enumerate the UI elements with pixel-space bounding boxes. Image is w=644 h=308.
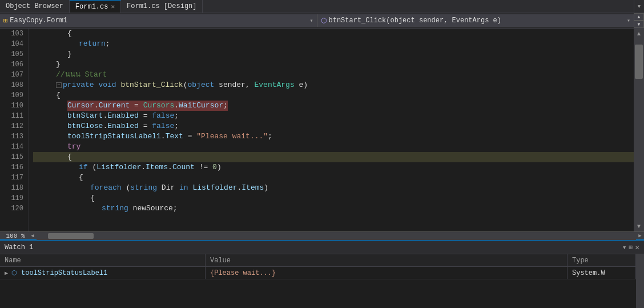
line-text-118: foreach (string Dir in Listfolder.Items) — [90, 183, 268, 193]
line-text-111: btnStart.Enabled = false; — [67, 111, 179, 121]
line-text-112: btnClose.Enabled = false; — [67, 121, 179, 131]
watch-header-left: Watch 1 — [5, 243, 33, 251]
hscroll-thumb[interactable] — [48, 233, 94, 239]
line-num-111: 111 — [0, 111, 23, 121]
token: = — [130, 101, 143, 110]
line-num-117: 117 — [0, 173, 23, 183]
watch-row-expander[interactable]: ▶ — [5, 270, 8, 277]
horizontal-scrollbar[interactable]: 100 % ◀ ▶ — [0, 231, 644, 239]
watch-header: Watch 1 ▾ ⊞ ✕ — [0, 241, 644, 254]
line-text-109: { — [56, 90, 61, 101]
token: ; — [223, 101, 228, 110]
line-num-115: 115➡ — [0, 152, 23, 162]
tab-end-space — [203, 0, 634, 13]
line-text-117: { — [79, 173, 83, 183]
token: . — [161, 132, 166, 141]
line-num-108: 108 — [0, 80, 23, 90]
class-dropdown-chevron: ▾ — [309, 17, 313, 24]
watch-panel: Watch 1 ▾ ⊞ ✕ Name Value Type ▶ — [0, 239, 644, 308]
token: ) — [264, 183, 268, 192]
tab-object-browser[interactable]: Object Browser — [0, 0, 70, 13]
dropdown-bar: ⊞ EasyCopy.Form1 ▾ ⬡ btnStart_Click(obje… — [0, 13, 644, 29]
class-icon: ⊞ — [3, 17, 7, 25]
line-num-112: 112 — [0, 121, 23, 131]
watch-cell-name: ▶ ⬡ toolStripStatusLabel1 — [0, 267, 206, 279]
watch-pin-btn[interactable]: ⊞ — [629, 243, 633, 251]
token: != — [195, 163, 212, 171]
code-line-103: { — [33, 29, 634, 39]
token: void — [98, 81, 116, 89]
scrollbar-thumb[interactable] — [635, 45, 643, 79]
scroll-down-btn[interactable]: ▼ — [634, 21, 644, 28]
watch-auto-btn[interactable]: ▾ — [622, 243, 627, 252]
token: . — [174, 101, 179, 110]
code-line-113: toolStripStatusLabel1.Text = "Please wai… — [33, 131, 634, 142]
code-gutter: 103104105106107108109110111112113114115➡… — [0, 29, 29, 231]
token: false — [152, 122, 174, 130]
class-dropdown[interactable]: ⊞ EasyCopy.Form1 ▾ — [0, 14, 317, 27]
tab-form1-design-label: Form1.cs [Design] — [127, 2, 196, 10]
token: = — [139, 111, 152, 120]
token: e) — [295, 81, 308, 89]
token: ) — [217, 163, 222, 171]
line-text-106: } — [56, 59, 61, 70]
line-text-105: } — [67, 49, 72, 59]
vertical-scrollbar[interactable]: ▲ ▼ — [634, 29, 644, 231]
token: foreach — [90, 183, 122, 192]
token: . — [141, 163, 146, 171]
line-text-104: return; — [79, 39, 110, 49]
line-text-119: { — [90, 193, 95, 203]
tab-scroll-arrow[interactable]: ▾ — [634, 0, 644, 13]
token: { — [67, 29, 72, 38]
hscroll-left-btn[interactable]: ◀ — [29, 232, 37, 240]
token: Current — [99, 101, 130, 110]
tab-form1-design[interactable]: Form1.cs [Design] — [121, 0, 203, 13]
token: { — [90, 194, 95, 202]
class-dropdown-value: EasyCopy.Form1 — [10, 17, 67, 25]
watch-scrollbar[interactable] — [636, 254, 644, 308]
scrollbar-down-btn[interactable]: ▼ — [634, 221, 644, 231]
token: Listfolder — [96, 163, 141, 171]
line-num-106: 106 — [0, 59, 23, 70]
collapse-btn-108[interactable]: − — [56, 82, 62, 88]
method-dropdown-chevron: ▾ — [627, 17, 630, 24]
code-line-111: btnStart.Enabled = false; — [33, 111, 634, 121]
watch-cell-type-text: System.W — [572, 269, 605, 277]
token: toolStripStatusLabel1 — [67, 132, 161, 141]
watch-row[interactable]: ▶ ⬡ toolStripStatusLabel1 {Please wait..… — [0, 267, 636, 279]
watch-table-container: Name Value Type ▶ ⬡ toolStripStatusLabel… — [0, 254, 644, 308]
watch-close-btn[interactable]: ✕ — [635, 243, 639, 252]
method-dropdown[interactable]: ⬡ btnStart_Click(object sender, EventArg… — [317, 14, 634, 27]
token: //นนน Start — [56, 70, 107, 79]
tab-form1-cs-close[interactable]: ✕ — [111, 3, 115, 10]
token: WaitCursor — [179, 101, 223, 110]
line-text-114: try — [67, 142, 80, 152]
token: in — [179, 183, 188, 192]
code-content[interactable]: {return;}}//นนน Start−private void btnSt… — [29, 29, 634, 231]
zoom-label: 100 % — [0, 233, 29, 239]
code-line-120: string newSource; — [33, 203, 634, 214]
token: 0 — [212, 163, 217, 171]
code-line-107: //นนน Start — [33, 70, 634, 80]
watch-col-name-header: Name — [0, 254, 206, 266]
tab-form1-cs[interactable]: Form1.cs ✕ — [70, 0, 121, 13]
scroll-up-btn[interactable]: ▲ — [634, 13, 644, 21]
token: { — [79, 173, 83, 182]
token: ; — [268, 132, 272, 141]
watch-table: Name Value Type ▶ ⬡ toolStripStatusLabel… — [0, 254, 636, 308]
watch-col-headers: Name Value Type — [0, 254, 636, 267]
hscroll-track[interactable] — [37, 232, 636, 240]
scrollbar-track[interactable] — [634, 39, 644, 221]
token: Enabled — [107, 122, 139, 130]
token: string — [130, 183, 157, 192]
hscroll-right-btn[interactable]: ▶ — [636, 232, 644, 240]
code-line-117: { — [33, 173, 634, 183]
token: btnStart_Click — [120, 81, 183, 89]
token: ( — [88, 163, 97, 171]
token: Text — [166, 132, 183, 141]
code-line-104: return; — [33, 39, 634, 49]
scrollbar-up-btn[interactable]: ▲ — [634, 29, 644, 39]
watch-cell-value: {Please wait...} — [206, 267, 567, 279]
line-text-116: if (Listfolder.Items.Count != 0) — [79, 162, 222, 173]
code-area: 103104105106107108109110111112113114115➡… — [0, 29, 644, 231]
